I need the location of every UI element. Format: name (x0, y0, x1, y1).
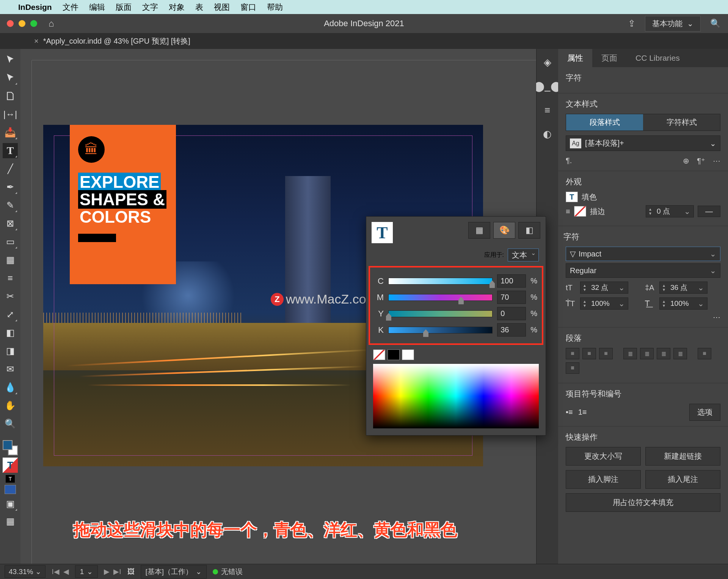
black-value-input[interactable] (497, 323, 526, 337)
filter-icon[interactable]: ▽ (570, 249, 576, 258)
paragraph-style-dropdown[interactable]: Ag [基本段落]+ ⌄ (566, 135, 720, 151)
formatting-text-icon[interactable]: T (372, 222, 393, 243)
close-window-icon[interactable] (7, 20, 14, 27)
workspace-dropdown[interactable]: 基本功能 ⌄ (645, 16, 701, 31)
note-tool[interactable]: ✉ (3, 362, 18, 377)
effects-icon[interactable]: ◐ (543, 128, 552, 140)
stroke-icon[interactable]: ≡ (544, 104, 550, 116)
clear-override-icon[interactable]: ¶⁺ (697, 156, 705, 165)
stroke-style-dropdown[interactable]: — (698, 206, 720, 217)
justify-center-button[interactable]: ≣ (640, 348, 654, 359)
justify-all-button[interactable]: ≣ (673, 348, 687, 359)
first-page-icon[interactable]: I◀ (52, 567, 59, 576)
line-tool[interactable]: ╱ (3, 161, 18, 176)
fill-stroke-proxy[interactable] (3, 440, 18, 455)
eyedropper-tool[interactable]: 💧 (3, 380, 18, 395)
change-case-button[interactable]: 更改大小写 (566, 447, 641, 466)
tab-cc-libraries[interactable]: CC Libraries (626, 49, 689, 67)
pilcrow-icon[interactable]: ¶. (566, 156, 572, 165)
menu-table[interactable]: 表 (195, 2, 203, 13)
number-list-icon[interactable]: 1≡ (578, 408, 587, 417)
menu-object[interactable]: 对象 (169, 2, 185, 13)
bullet-list-icon[interactable]: •≡ (566, 408, 573, 417)
ruler-vertical[interactable] (20, 60, 32, 564)
insert-footnote-button[interactable]: 插入脚注 (566, 470, 641, 489)
home-icon[interactable]: ⌂ (49, 18, 54, 29)
paragraph-style-tab[interactable]: 段落样式 (566, 114, 643, 131)
ruler-horizontal[interactable] (32, 49, 536, 60)
close-tab-icon[interactable]: × (34, 37, 39, 46)
gap-tool[interactable]: |↔| (3, 107, 18, 122)
fill-swatch[interactable]: T (566, 192, 578, 202)
align-center-button[interactable]: ≡ (582, 348, 596, 359)
tab-properties[interactable]: 属性 (558, 49, 592, 67)
search-icon[interactable]: 🔍 (710, 19, 720, 28)
chevron-down-icon[interactable]: ⌄ (681, 207, 693, 216)
open-bridge-icon[interactable]: 🖼 (127, 568, 135, 576)
share-icon[interactable]: ⇪ (628, 18, 635, 29)
yellow-slider[interactable] (388, 310, 493, 317)
yellow-value-input[interactable] (497, 307, 526, 320)
default-fill-swatch[interactable] (5, 485, 16, 494)
apply-color-icon[interactable]: T (6, 475, 15, 483)
character-style-tab[interactable]: 字符样式 (643, 114, 720, 131)
view-options-tool[interactable]: ▦ (3, 514, 18, 529)
horizontal-grid-tool[interactable]: ≡ (3, 271, 18, 286)
scissors-tool[interactable]: ✂ (3, 289, 18, 304)
cyan-value-input[interactable] (497, 274, 526, 288)
gradient-tab-icon[interactable]: ◧ (518, 222, 540, 239)
hscale-input[interactable]: ▲▼⌄ (659, 297, 708, 310)
tab-pages[interactable]: 页面 (592, 49, 626, 67)
menu-edit[interactable]: 编辑 (89, 2, 105, 13)
minimize-window-icon[interactable] (19, 20, 25, 27)
stroke-swatch[interactable] (574, 206, 586, 217)
hand-tool[interactable]: ✋ (3, 398, 18, 413)
align-left-button[interactable]: ≡ (566, 348, 579, 359)
color-mixer-tab-icon[interactable]: 🎨 (493, 222, 515, 239)
rectangle-tool[interactable]: ▭ (3, 234, 18, 249)
magenta-value-input[interactable] (497, 291, 526, 304)
insert-endnote-button[interactable]: 插入尾注 (645, 470, 720, 489)
menu-app-name[interactable]: InDesign (18, 3, 52, 12)
stroke-weight-input[interactable]: ▲▼ ⌄ (646, 205, 694, 217)
more-options-icon[interactable]: ⋯ (713, 313, 720, 321)
align-toward-spine-button[interactable]: ≡ (698, 348, 711, 359)
color-spectrum[interactable] (373, 364, 539, 428)
swatches-tab-icon[interactable]: ▦ (468, 222, 490, 239)
none-swatch[interactable] (373, 349, 385, 360)
justify-right-button[interactable]: ≣ (657, 348, 670, 359)
vscale-input[interactable]: ▲▼⌄ (580, 297, 628, 310)
links-icon[interactable]: ⬤⎯⬤ (533, 80, 562, 92)
pencil-tool[interactable]: ✎ (3, 198, 18, 213)
font-size-input[interactable]: ▲▼⌄ (580, 282, 628, 294)
rectangle-frame-tool[interactable]: ⊠ (3, 216, 18, 231)
options-button[interactable]: 选项 (689, 404, 720, 421)
font-style-dropdown[interactable]: Regular ⌄ (566, 263, 720, 278)
screen-mode-tool[interactable]: ▣ (3, 496, 18, 511)
pen-tool[interactable]: ✒ (3, 179, 18, 195)
prev-page-icon[interactable]: ◀ (63, 567, 69, 576)
placeholder-text-button[interactable]: 用占位符文本填充 (566, 493, 720, 512)
free-transform-tool[interactable]: ⤢ (3, 307, 18, 322)
new-style-icon[interactable]: ⊕ (683, 156, 689, 165)
last-page-icon[interactable]: ▶I (113, 567, 121, 576)
preflight-status[interactable]: 无错误 (213, 567, 243, 577)
apply-to-dropdown[interactable]: 文本 (508, 249, 539, 261)
magenta-slider[interactable] (388, 294, 493, 301)
zoom-dropdown[interactable]: 43.31% ⌄ (5, 565, 46, 578)
gradient-swatch-tool[interactable]: ◧ (3, 325, 18, 340)
layers-icon[interactable]: ◈ (544, 57, 551, 68)
black-swatch[interactable] (388, 349, 400, 360)
preflight-profile-dropdown[interactable]: [基本]（工作） ⌄ (141, 565, 207, 579)
menu-file[interactable]: 文件 (63, 2, 78, 13)
black-slider[interactable] (388, 327, 493, 334)
justify-left-button[interactable]: ≣ (623, 348, 637, 359)
page-dropdown[interactable]: 1 ⌄ (75, 565, 98, 578)
align-right-button[interactable]: ≡ (599, 348, 613, 359)
menu-layout[interactable]: 版面 (116, 2, 132, 13)
table-grid-tool[interactable]: ▦ (3, 252, 18, 267)
zoom-tool[interactable]: 🔍 (3, 416, 18, 431)
align-away-spine-button[interactable]: ≡ (566, 362, 579, 374)
more-options-icon[interactable]: ⋯ (713, 156, 720, 165)
page-tool[interactable] (3, 88, 18, 104)
